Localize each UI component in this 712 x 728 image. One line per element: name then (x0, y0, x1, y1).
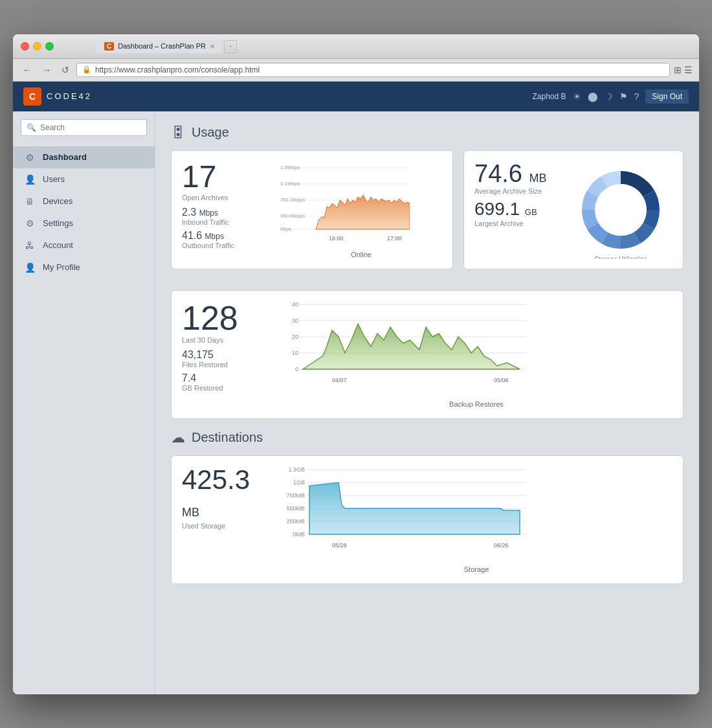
new-tab-button[interactable]: + (224, 40, 237, 53)
avg-size-label: Average Archive Size (474, 187, 555, 195)
sidebar-item-label: Account (43, 240, 73, 250)
close-button[interactable] (21, 42, 29, 51)
storage-util-inner: 74.6 MB Average Archive Size 699.1 GB La… (474, 161, 673, 258)
inbound-label: Inbound Traffic (182, 218, 273, 226)
online-stats: 17 Open Archives 2.3 Mbps Inbound Traffi… (182, 161, 273, 258)
svg-text:05/06: 05/06 (494, 377, 509, 383)
usage-icon: 🎛 (171, 124, 185, 141)
outbound-value: 41.6 Mbps (182, 230, 273, 242)
online-card-inner: 17 Open Archives 2.3 Mbps Inbound Traffi… (182, 161, 442, 258)
sidebar-item-dashboard[interactable]: ⊙ Dashboard (13, 146, 155, 168)
app-container: C CODE42 Zaphod B ☀ ⬤ ☽ ⚑ ? Sign Out 🔍 (13, 82, 699, 694)
browser-tabs: C Dashboard – CrashPlan PR ✕ + (96, 40, 237, 53)
restores-chart: 40 30 20 10 0 (280, 301, 673, 408)
svg-text:1.5Mbps: 1.5Mbps (280, 165, 300, 170)
svg-text:781.3Kbps: 781.3Kbps (280, 197, 305, 203)
gb-restored-value: 7.4 (182, 372, 273, 384)
svg-point-12 (596, 185, 645, 234)
logo-block: C CODE42 (23, 87, 92, 106)
window-controls: C Dashboard – CrashPlan PR ✕ + (21, 40, 691, 53)
restores-card-inner: 128 Last 30 Days 43,175 Files Restored 7… (182, 301, 673, 408)
svg-text:390.6Kbps: 390.6Kbps (280, 213, 305, 219)
donut-chart-container: Storage Utilization (562, 161, 673, 258)
logo-letter: C (29, 91, 36, 102)
open-archives-count: 17 (182, 161, 273, 192)
sidebar-item-my-profile[interactable]: 👤 My Profile (13, 256, 155, 279)
browser-window: C Dashboard – CrashPlan PR ✕ + ← → ↺ 🔒 h… (13, 34, 699, 694)
svg-text:16:00: 16:00 (329, 235, 344, 242)
svg-text:1.3GB: 1.3GB (288, 466, 305, 473)
moon-icon[interactable]: ☽ (605, 91, 613, 102)
grid-icon[interactable]: ⊞ (674, 65, 682, 75)
restores-stats: 128 Last 30 Days 43,175 Files Restored 7… (182, 301, 273, 408)
svg-text:30: 30 (292, 317, 298, 324)
main-content: 🎛 Usage 17 Open Archives 2.3 (155, 111, 699, 694)
active-tab[interactable]: C Dashboard – CrashPlan PR ✕ (96, 40, 223, 53)
logo-text: CODE42 (47, 91, 92, 101)
usage-section-header: 🎛 Usage (171, 124, 684, 141)
sidebar-item-label: My Profile (43, 262, 80, 272)
dashboard-icon: ⊙ (23, 152, 36, 163)
tab-close-icon[interactable]: ✕ (210, 43, 215, 50)
account-icon: 🖧 (23, 240, 36, 251)
search-box[interactable]: 🔍 (21, 119, 147, 136)
destinations-card: 425.3 MB Used Storage (171, 455, 684, 584)
svg-text:04/07: 04/07 (332, 377, 347, 383)
help-icon[interactable]: ? (634, 91, 640, 102)
sign-out-button[interactable]: Sign Out (645, 89, 689, 104)
users-icon: 👤 (23, 174, 36, 185)
minimize-button[interactable] (33, 42, 41, 51)
forward-button[interactable]: → (39, 63, 54, 76)
destinations-section-title: Destinations (192, 430, 263, 445)
restores-chart-svg: 40 30 20 10 0 (280, 301, 526, 395)
usage-section-title: Usage (192, 125, 229, 140)
sidebar-item-label: Dashboard (43, 152, 87, 162)
sidebar-item-label: Users (43, 174, 65, 184)
svg-text:250MB: 250MB (286, 518, 305, 525)
svg-text:40: 40 (292, 301, 298, 308)
back-button[interactable]: ← (19, 63, 35, 76)
destinations-chart-title: Storage (280, 565, 673, 573)
refresh-button[interactable]: ↺ (58, 63, 72, 76)
files-restored-label: Files Restored (182, 361, 273, 369)
sidebar-item-devices[interactable]: 🖥 Devices (13, 190, 155, 212)
destinations-chart-svg: 1.3GB 1GB 750MB 500MB 250MB 0MB (280, 466, 526, 560)
search-icon: 🔍 (27, 123, 36, 132)
sidebar-item-settings[interactable]: ⚙ Settings (13, 212, 155, 234)
flag-icon[interactable]: ⚑ (619, 91, 628, 102)
gb-restored-label: GB Restored (182, 384, 273, 392)
avg-size-value: 74.6 MB (474, 161, 555, 186)
top-nav: C CODE42 Zaphod B ☀ ⬤ ☽ ⚑ ? Sign Out (13, 82, 699, 111)
restores-card: 128 Last 30 Days 43,175 Files Restored 7… (171, 290, 684, 419)
svg-text:05/28: 05/28 (332, 542, 347, 549)
destinations-chart: 1.3GB 1GB 750MB 500MB 250MB 0MB (280, 466, 673, 573)
search-input[interactable] (40, 123, 141, 132)
maximize-button[interactable] (45, 42, 54, 51)
sidebar-item-account[interactable]: 🖧 Account (13, 234, 155, 256)
svg-text:0bps: 0bps (280, 226, 291, 232)
online-card: 17 Open Archives 2.3 Mbps Inbound Traffi… (171, 150, 453, 269)
usage-top-row: 17 Open Archives 2.3 Mbps Inbound Traffi… (171, 150, 684, 280)
storage-util-card: 74.6 MB Average Archive Size 699.1 GB La… (463, 150, 684, 269)
destinations-card-inner: 425.3 MB Used Storage (182, 466, 673, 573)
menu-icon[interactable]: ☰ (684, 65, 693, 75)
storage-util-stats: 74.6 MB Average Archive Size 699.1 GB La… (474, 161, 555, 258)
open-archives-label: Open Archives (182, 194, 273, 201)
donut-title: Storage Utilization (594, 256, 647, 258)
outbound-label: Outbound Traffic (182, 242, 273, 249)
devices-icon: 🖥 (23, 196, 36, 207)
online-chart-title: Online (280, 251, 442, 258)
donut-chart-svg: Storage Utilization (562, 161, 673, 258)
sidebar-item-users[interactable]: 👤 Users (13, 168, 155, 190)
svg-text:0: 0 (295, 366, 298, 372)
online-chart: 1.5Mbps 1.1Mbps 781.3Kbps 390.6Kbps 0bps (280, 161, 442, 258)
address-bar[interactable]: 🔒 https://www.crashplanpro.com/console/a… (76, 63, 670, 77)
destinations-section-header: ☁ Destinations (171, 429, 684, 446)
browser-toolbar: ← → ↺ 🔒 https://www.crashplanpro.com/con… (13, 59, 699, 82)
svg-text:17:00: 17:00 (387, 235, 402, 242)
used-storage-value: 425.3 MB (182, 466, 273, 521)
sidebar-item-label: Settings (43, 218, 73, 228)
toggle-icon[interactable]: ⬤ (588, 91, 598, 102)
svg-text:10: 10 (292, 350, 298, 356)
sun-icon[interactable]: ☀ (573, 91, 581, 102)
